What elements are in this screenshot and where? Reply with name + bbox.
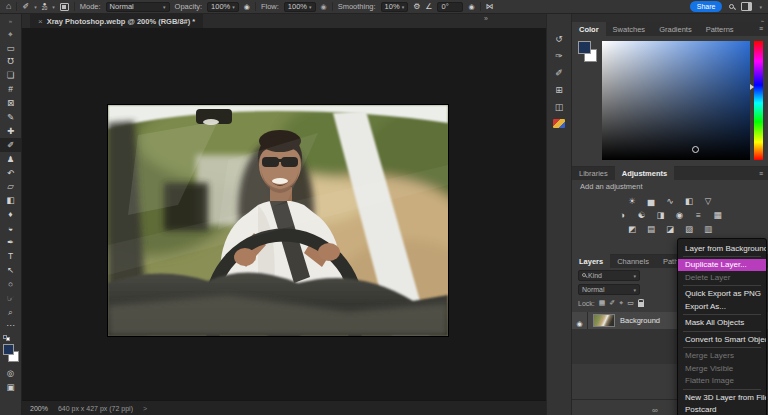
vibrance-icon[interactable]: ▽ — [702, 196, 714, 207]
merge-layers-menu-item[interactable]: Merge Layers — [678, 350, 766, 363]
toggle-brush-panel-icon[interactable] — [60, 3, 69, 11]
chevron-down-icon[interactable] — [52, 2, 55, 11]
gradient-tool[interactable]: ◧ — [0, 194, 21, 208]
screen-mode[interactable]: ▣ — [0, 380, 21, 394]
clone-stamp-tool[interactable]: ♟ — [0, 152, 21, 166]
workspace-icon[interactable] — [741, 2, 752, 11]
type-tool[interactable]: T — [0, 249, 21, 263]
flatten-image-menu-item[interactable]: Flatten Image — [678, 375, 766, 388]
adjustments-tab-libraries[interactable]: Libraries — [572, 166, 615, 180]
brightness-contrast-icon[interactable]: ☀ — [626, 196, 638, 207]
black-white-icon[interactable]: ◨ — [655, 210, 667, 221]
status-chevron-icon[interactable]: > — [143, 405, 147, 412]
layer-filter-kind-select[interactable]: Kind — [578, 270, 640, 281]
lock-position-icon[interactable]: ⌖ — [619, 299, 623, 307]
curves-icon[interactable]: ∿ — [664, 196, 676, 207]
color-tab-color[interactable]: Color — [572, 22, 606, 36]
color-balance-icon[interactable]: ☯ — [636, 210, 648, 221]
levels-icon[interactable]: ▅ — [645, 196, 657, 207]
tab-overflow-chevron-icon[interactable] — [484, 15, 488, 22]
blur-tool[interactable]: ♦ — [0, 208, 21, 222]
color-picker-ring[interactable] — [692, 146, 699, 153]
posterize-icon[interactable]: ▤ — [645, 224, 657, 235]
panel-menu-icon[interactable] — [759, 170, 763, 177]
color-tab-patterns[interactable]: Patterns — [699, 22, 741, 36]
history-brush-tool[interactable]: ↶ — [0, 166, 21, 180]
new-3d-layer-from-file-menu-item[interactable]: New 3D Layer from File... — [678, 391, 766, 404]
invert-icon[interactable]: ◩ — [626, 224, 638, 235]
postcard-menu-item[interactable]: Postcard — [678, 404, 766, 415]
layer-blend-mode-select[interactable]: Normal — [578, 284, 640, 295]
foreground-color-swatch[interactable] — [578, 41, 591, 54]
exposure-icon[interactable]: ◧ — [683, 196, 695, 207]
object-selection-tool[interactable]: ❏ — [0, 69, 21, 83]
threshold-icon[interactable]: ◪ — [664, 224, 676, 235]
zoom-level[interactable]: 200% — [30, 405, 48, 412]
frame-tool[interactable]: ⊠ — [0, 96, 21, 110]
hue-slider-pointer[interactable] — [750, 84, 754, 90]
toolbar-collapse-icon[interactable] — [0, 14, 21, 27]
hand-tool[interactable]: ☞ — [0, 291, 21, 305]
panel-menu-icon[interactable] — [759, 25, 763, 32]
layers-tab-layers[interactable]: Layers — [572, 254, 610, 268]
brush-settings-panel-icon[interactable]: ✑ — [550, 49, 568, 62]
brush-angle-input[interactable]: 0° — [437, 2, 463, 12]
color-lookup-icon[interactable]: ▦ — [712, 210, 724, 221]
channel-mixer-icon[interactable]: ≡ — [693, 210, 705, 221]
chevron-down-icon[interactable] — [759, 2, 762, 11]
brush-tool[interactable]: ✐ — [0, 138, 21, 152]
hue-slider[interactable] — [754, 41, 763, 160]
quick-mask[interactable]: ◎ — [0, 367, 21, 381]
merge-visible-menu-item[interactable]: Merge Visible — [678, 362, 766, 375]
hue-saturation-icon[interactable]: ◑ — [617, 210, 629, 221]
color-tab-gradients[interactable]: Gradients — [652, 22, 699, 36]
canvas-area[interactable] — [22, 28, 546, 400]
edit-toolbar[interactable]: ⋯ — [0, 319, 21, 333]
gear-icon[interactable] — [413, 3, 420, 11]
export-as-menu-item[interactable]: Export As... — [678, 300, 766, 313]
lock-transparency-icon[interactable]: ▦ — [599, 299, 606, 307]
lasso-tool[interactable]: ℧ — [0, 55, 21, 69]
brush-preset-picker[interactable]: ● 20 — [42, 3, 48, 10]
layers-tab-channels[interactable]: Channels — [610, 254, 656, 268]
chevron-down-icon[interactable] — [34, 2, 37, 11]
duplicate-layer-menu-item[interactable]: Duplicate Layer... — [678, 259, 766, 272]
lock-artboard-icon[interactable]: ▭ — [627, 299, 634, 307]
history-panel-icon[interactable]: ↺ — [550, 32, 568, 45]
flow-select[interactable]: 100% — [284, 2, 316, 12]
airbrush-icon[interactable] — [321, 3, 327, 11]
layer-from-background-menu-item[interactable]: Layer from Background... — [678, 242, 766, 255]
link-layers-icon[interactable] — [652, 399, 658, 415]
path-select-tool[interactable]: ↖ — [0, 263, 21, 277]
convert-to-smart-object-menu-item[interactable]: Convert to Smart Object — [678, 333, 766, 346]
dodge-tool[interactable]: ◒ — [0, 221, 21, 235]
adjustments-tab-adjustments[interactable]: Adjustments — [615, 166, 674, 180]
home-icon[interactable] — [6, 2, 11, 11]
brush-tool-icon[interactable] — [22, 3, 29, 11]
symmetry-icon[interactable] — [486, 3, 494, 11]
brushes-panel-icon[interactable]: ✐ — [550, 66, 568, 79]
pressure-size-icon[interactable] — [468, 3, 474, 11]
lock-paint-icon[interactable]: ✐ — [609, 299, 615, 307]
document-tab[interactable]: Xray Photoshop.webp @ 200% (RGB/8#) * — [30, 14, 203, 28]
visibility-toggle[interactable] — [572, 312, 588, 329]
layer-thumbnail[interactable] — [593, 314, 615, 327]
tool-presets-panel-icon[interactable]: ⊞ — [550, 83, 568, 96]
marquee-tool[interactable]: ▭ — [0, 41, 21, 55]
default-colors-icon[interactable] — [3, 335, 11, 341]
healing-brush-tool[interactable]: ✚ — [0, 124, 21, 138]
search-icon[interactable] — [729, 4, 734, 9]
3d-panel-icon[interactable]: ◫ — [550, 100, 568, 113]
mask-all-objects-menu-item[interactable]: Mask All Objects — [678, 317, 766, 330]
blend-mode-select[interactable]: Normal — [106, 2, 170, 12]
selective-color-icon[interactable]: ▥ — [702, 224, 714, 235]
delete-layer-menu-item[interactable]: Delete Layer — [678, 271, 766, 284]
lock-all-icon[interactable] — [638, 302, 644, 307]
move-tool[interactable]: ⌖ — [0, 27, 21, 41]
pressure-opacity-icon[interactable] — [244, 3, 250, 11]
crop-tool[interactable]: # — [0, 83, 21, 97]
color-field[interactable] — [602, 41, 750, 160]
zoom-tool[interactable]: ⌕ — [0, 305, 21, 319]
shape-tool[interactable]: ○ — [0, 277, 21, 291]
share-button[interactable]: Share — [690, 1, 723, 12]
